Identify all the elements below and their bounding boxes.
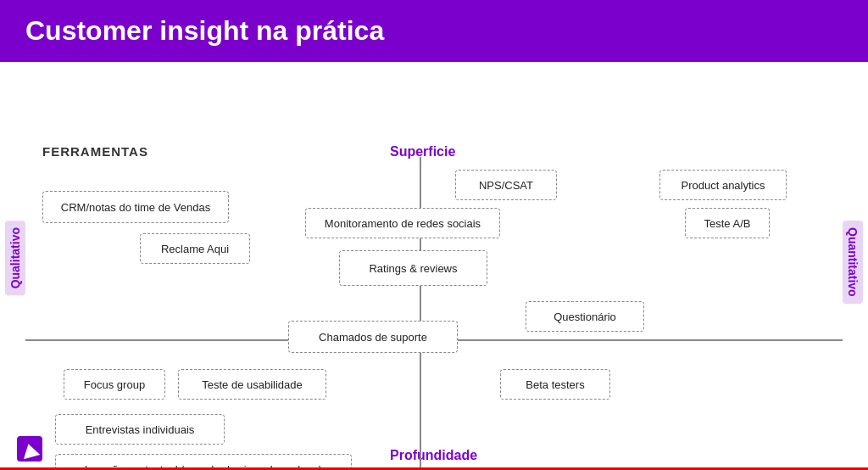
ferramentas-label: FERRAMENTAS [42, 144, 148, 159]
box-teste-usabilidade: Teste de usabilidade [178, 369, 326, 400]
box-product-analytics: Product analytics [659, 170, 787, 200]
box-teste-ab: Teste A/B [685, 208, 770, 238]
box-focus: Focus group [64, 369, 165, 400]
content: Qualitativo Quantitativo FERRAMENTAS Sup… [0, 68, 868, 470]
slide: Customer insight na prática Qualitativo … [0, 0, 868, 470]
superficie-label: Superficie [390, 144, 455, 159]
qualitativo-label: Qualitativo [5, 221, 25, 295]
logo [17, 436, 42, 462]
profundidade-label: Profundidade [390, 448, 477, 463]
box-ratings: Ratings & reviews [339, 250, 487, 286]
box-questionario: Questionário [526, 301, 644, 332]
box-monitoramento: Monitoramento de redes sociais [305, 208, 500, 238]
box-chamados: Chamados de suporte [288, 321, 458, 353]
box-beta: Beta testers [500, 369, 610, 400]
box-reclame: Reclame Aqui [140, 233, 250, 264]
quantitativo-label: Quantitativo [843, 221, 863, 304]
box-nps: NPS/CSAT [455, 170, 557, 200]
box-crm: CRM/notas do time de Vendas [42, 191, 229, 223]
header-title: Customer insight na prática [25, 15, 384, 46]
logo-icon [20, 442, 40, 460]
vertical-axis [420, 157, 421, 470]
box-entrevistas: Entrevistas individuais [55, 414, 225, 445]
header: Customer insight na prática [0, 0, 868, 62]
